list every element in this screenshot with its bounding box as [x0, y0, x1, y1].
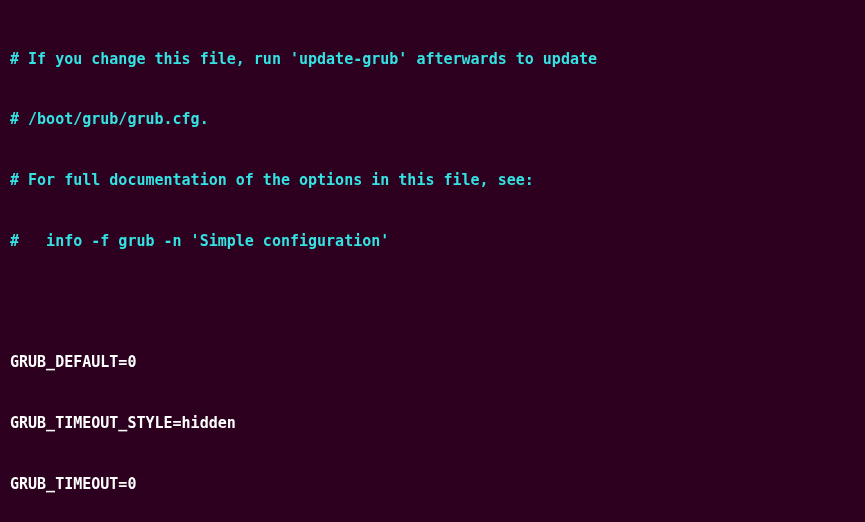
comment-line: # If you change this file, run 'update-g… [10, 49, 855, 69]
comment-line: # For full documentation of the options … [10, 170, 855, 190]
comment-line: # /boot/grub/grub.cfg. [10, 109, 855, 129]
blank-line [10, 292, 855, 312]
config-line: GRUB_TIMEOUT_STYLE=hidden [10, 413, 855, 433]
comment-line: # info -f grub -n 'Simple configuration' [10, 231, 855, 251]
config-line: GRUB_TIMEOUT=0 [10, 474, 855, 494]
terminal-output[interactable]: # If you change this file, run 'update-g… [10, 8, 855, 522]
config-line: GRUB_DEFAULT=0 [10, 352, 855, 372]
